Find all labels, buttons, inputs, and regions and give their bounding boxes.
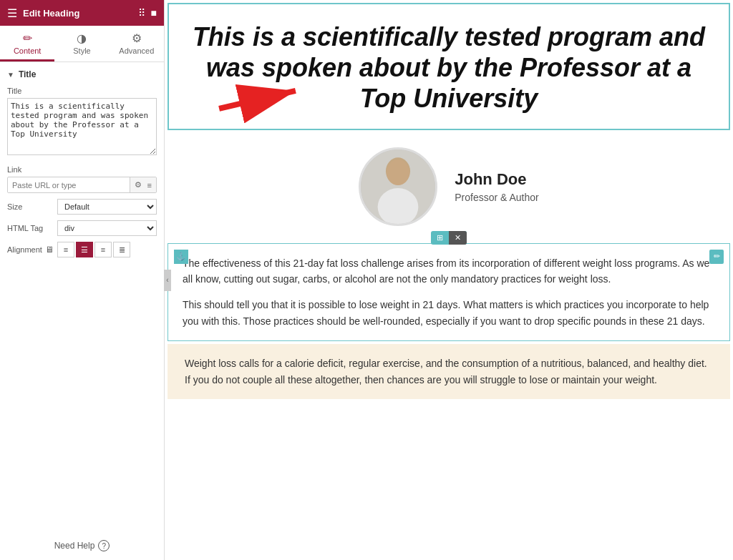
style-tab-label: Style (73, 46, 90, 55)
heading-section: This is a scientifically tested program … (168, 3, 730, 130)
alignment-buttons: ≡ ☰ ≡ ≣ (57, 242, 130, 257)
panel-tabs: ✏ Content ◑ Style ⚙ Advanced (0, 26, 164, 62)
quote-section: Weight loss calls for a calorie deficit,… (168, 344, 730, 399)
collapse-arrow[interactable]: ‹ (164, 270, 171, 291)
link-field-label: Link (7, 165, 157, 174)
profile-section: John Doe Professor & Author (165, 133, 733, 240)
profile-title: Professor & Author (455, 192, 539, 203)
need-help-section: Need Help ? (0, 531, 164, 560)
svg-point-5 (387, 159, 409, 185)
size-row: Size Default H1H2H3 (7, 199, 157, 215)
main-heading: This is a scientifically tested program … (190, 21, 707, 114)
paragraph-2: This should tell you that it is possible… (183, 297, 715, 329)
text-block-section: ⊞ ✕ ⚓ ✏ The effectiveness of this 21-day… (168, 243, 730, 342)
hamburger-icon[interactable]: ☰ (7, 6, 17, 20)
monitor-icon: 🖥 (45, 245, 54, 255)
panel-title: Edit Heading (23, 8, 79, 19)
main-content: This is a scientifically tested program … (165, 0, 733, 560)
style-tab-icon: ◑ (77, 31, 87, 45)
tab-style[interactable]: ◑ Style (54, 26, 109, 62)
title-field-label: Title (7, 87, 157, 95)
edit-panel: ☰ Edit Heading ⠿ ■ ✏ Content ◑ Style ⚙ A… (0, 0, 165, 560)
align-left-button[interactable]: ≡ (57, 242, 74, 257)
link-row: ⚙ ≡ (7, 177, 157, 193)
link-gear-icon[interactable]: ⚙ (133, 179, 143, 191)
html-tag-row: HTML Tag div h1h2p (7, 220, 157, 236)
need-help-label: Need Help (54, 541, 95, 551)
quote-text: Weight loss calls for a calorie deficit,… (185, 355, 713, 388)
content-tab-label: Content (14, 46, 42, 55)
text-block-toolbar: ⊞ ✕ (431, 231, 467, 245)
advanced-tab-icon: ⚙ (132, 31, 142, 45)
title-input[interactable]: This is a scientifically tested program … (7, 98, 157, 155)
size-label: Size (7, 202, 57, 211)
html-tag-label: HTML Tag (7, 224, 57, 232)
panel-content: ▼ Title Title This is a scientifically t… (0, 62, 164, 531)
link-input[interactable] (8, 178, 130, 192)
profile-avatar (359, 147, 437, 226)
content-tab-icon: ✏ (23, 31, 32, 45)
align-right-button[interactable]: ≡ (94, 242, 112, 257)
align-justify-button[interactable]: ≣ (113, 242, 130, 257)
section-title-label: Title (19, 69, 36, 79)
align-center-button[interactable]: ☰ (76, 242, 93, 257)
block-anchor-icon: ⚓ (174, 250, 188, 264)
alignment-row: Alignment 🖥 ≡ ☰ ≡ ≣ (7, 242, 157, 257)
tab-content[interactable]: ✏ Content (0, 26, 54, 62)
link-list-icon[interactable]: ≡ (146, 180, 153, 191)
title-section-header: ▼ Title (7, 69, 157, 79)
close-button[interactable]: ■ (151, 7, 157, 19)
panel-header: ☰ Edit Heading ⠿ ■ (0, 0, 164, 26)
advanced-tab-label: Advanced (119, 46, 154, 55)
grid-icon[interactable]: ⠿ (138, 7, 145, 19)
alignment-label-area: Alignment 🖥 (7, 245, 57, 255)
section-arrow-icon: ▼ (7, 71, 14, 79)
size-select[interactable]: Default H1H2H3 (57, 199, 157, 215)
alignment-label: Alignment (7, 245, 42, 254)
link-icons: ⚙ ≡ (130, 177, 156, 192)
paragraph-1: The effectiveness of this 21-day fat los… (183, 255, 715, 288)
move-block-button[interactable]: ⊞ (431, 231, 449, 245)
panel-header-left: ☰ Edit Heading (7, 6, 79, 20)
edit-pencil-button[interactable]: ✏ (709, 250, 724, 264)
help-icon[interactable]: ? (98, 540, 110, 551)
html-tag-select[interactable]: div h1h2p (57, 220, 157, 236)
close-block-button[interactable]: ✕ (449, 231, 467, 245)
tab-advanced[interactable]: ⚙ Advanced (110, 26, 164, 62)
panel-header-right: ⠿ ■ (138, 7, 157, 19)
profile-info: John Doe Professor & Author (455, 170, 539, 203)
profile-name: John Doe (455, 170, 539, 189)
